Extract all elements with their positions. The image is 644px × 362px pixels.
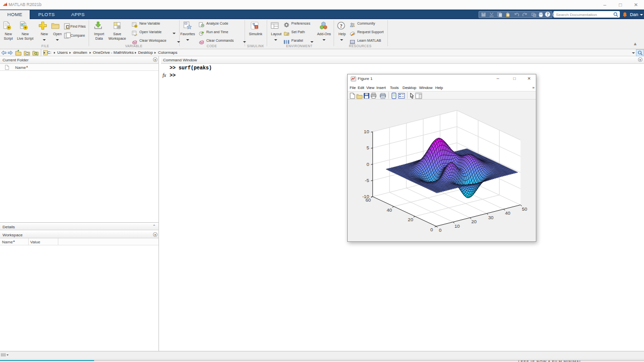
svg-text:40: 40 — [505, 210, 511, 216]
svg-text:-10: -10 — [362, 194, 369, 199]
svg-text:50: 50 — [522, 206, 527, 212]
svg-text:40: 40 — [387, 207, 392, 213]
svg-text:10: 10 — [454, 223, 460, 229]
svg-text:-5: -5 — [365, 177, 369, 183]
svg-text:0: 0 — [366, 161, 369, 167]
svg-text:20: 20 — [471, 219, 477, 224]
svg-text:5: 5 — [366, 145, 369, 150]
svg-text:0: 0 — [430, 227, 433, 232]
svg-text:?: ? — [547, 12, 549, 17]
svg-text:?: ? — [340, 23, 342, 29]
svg-text:30: 30 — [488, 215, 494, 220]
svg-text:10: 10 — [364, 129, 369, 134]
svg-text:20: 20 — [408, 217, 414, 222]
svg-text:0: 0 — [439, 227, 441, 233]
